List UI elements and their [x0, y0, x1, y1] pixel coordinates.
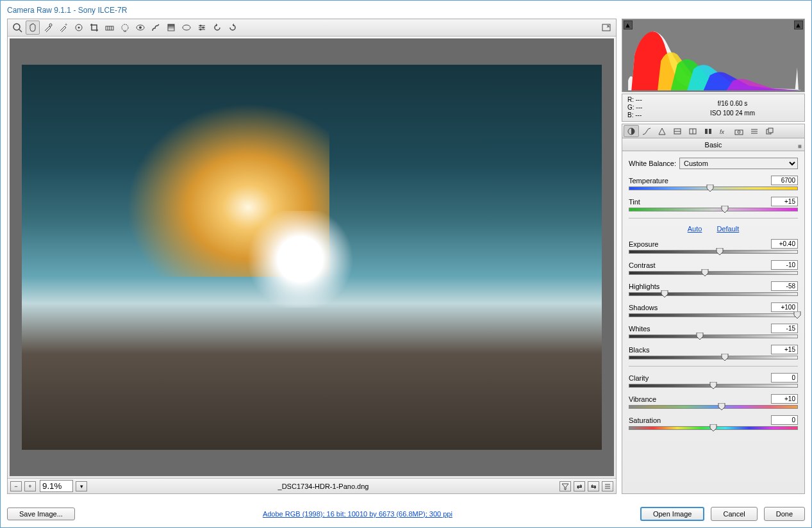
rating-down-icon[interactable]: ⇆: [588, 481, 599, 491]
svg-rect-13: [168, 24, 174, 31]
exposure-slider[interactable]: Exposure: [629, 239, 798, 254]
toolbar: +: [8, 19, 616, 37]
tab-fx-icon[interactable]: fx: [716, 125, 731, 137]
highlights-input[interactable]: [771, 281, 798, 291]
svg-point-10: [122, 24, 128, 31]
status-bar: − + ▾ _DSC1734-HDR-1-Pano.dng ⇄ ⇆: [8, 478, 616, 493]
temperature-slider[interactable]: Temperature: [629, 176, 798, 190]
svg-text:fx: fx: [720, 129, 725, 135]
default-link[interactable]: Default: [717, 225, 739, 233]
svg-point-19: [203, 27, 204, 29]
tab-split-icon[interactable]: [685, 125, 700, 137]
tab-lens-icon[interactable]: [700, 125, 716, 137]
tab-detail-icon[interactable]: [654, 125, 670, 137]
panel-header: Basic ≡: [622, 138, 805, 151]
exposure-info-1: f/16 0.60 s: [666, 99, 799, 108]
done-button[interactable]: Done: [764, 507, 805, 521]
svg-point-20: [200, 29, 202, 31]
svg-point-36: [738, 131, 740, 133]
panel-tabs: fx: [622, 124, 805, 138]
redeye-tool-icon[interactable]: [133, 21, 147, 35]
saturation-input[interactable]: [771, 415, 798, 425]
preferences-tool-icon[interactable]: [195, 21, 209, 35]
tab-curve-icon[interactable]: [639, 125, 654, 137]
tab-camera-icon[interactable]: [731, 125, 747, 137]
svg-text:⇄: ⇄: [577, 483, 582, 490]
readout-g: G: ---: [627, 104, 666, 111]
saturation-slider[interactable]: Saturation: [629, 415, 798, 430]
rating-up-icon[interactable]: ⇄: [574, 481, 585, 491]
cancel-button[interactable]: Cancel: [711, 507, 757, 521]
svg-point-12: [139, 26, 142, 29]
rotate-cw-icon[interactable]: [226, 21, 240, 35]
straighten-tool-icon[interactable]: [103, 21, 117, 35]
adjustment-brush-tool-icon[interactable]: [149, 21, 163, 35]
shadows-slider[interactable]: Shadows: [629, 302, 798, 317]
histogram[interactable]: ▲ ▲: [622, 19, 805, 92]
svg-text:⇆: ⇆: [591, 483, 596, 490]
white-balance-label: White Balance:: [629, 160, 676, 167]
svg-point-14: [183, 25, 190, 30]
auto-link[interactable]: Auto: [688, 225, 702, 233]
bottom-bar: Save Image... Adobe RGB (1998); 16 bit; …: [7, 507, 805, 521]
filter-icon[interactable]: [559, 481, 571, 491]
svg-point-2: [49, 24, 52, 26]
image-preview[interactable]: [10, 38, 614, 476]
svg-point-18: [200, 25, 202, 27]
svg-point-5: [78, 27, 80, 29]
svg-text:+: +: [65, 22, 67, 27]
tab-snapshots-icon[interactable]: [762, 125, 777, 137]
shadows-input[interactable]: [771, 302, 798, 312]
prefs-icon[interactable]: [602, 481, 613, 491]
workflow-link[interactable]: Adobe RGB (1998); 16 bit; 10010 by 6673 …: [81, 510, 634, 518]
vibrance-slider[interactable]: Vibrance: [629, 394, 798, 409]
metadata-readout: R: --- G: --- B: --- f/16 0.60 s ISO 100…: [622, 94, 805, 122]
hand-tool-icon[interactable]: [26, 21, 40, 35]
contrast-input[interactable]: [771, 260, 798, 270]
tint-slider[interactable]: Tint: [629, 197, 798, 211]
zoom-out-button[interactable]: −: [10, 481, 22, 491]
basic-panel: White Balance: Custom Temperature Tint A…: [622, 151, 805, 494]
fullscreen-icon[interactable]: [599, 21, 613, 35]
white-balance-tool-icon[interactable]: [41, 21, 55, 35]
exposure-input[interactable]: [771, 239, 798, 249]
zoom-in-button[interactable]: +: [24, 481, 36, 491]
clarity-input[interactable]: [771, 373, 798, 383]
whites-input[interactable]: [771, 324, 798, 333]
tab-presets-icon[interactable]: [747, 125, 762, 137]
blacks-slider[interactable]: Blacks: [629, 345, 798, 359]
readout-b: B: ---: [627, 111, 666, 119]
contrast-slider[interactable]: Contrast: [629, 260, 798, 275]
rotate-ccw-icon[interactable]: [210, 21, 224, 35]
blacks-input[interactable]: [771, 345, 798, 354]
graduated-filter-tool-icon[interactable]: [164, 21, 178, 35]
highlights-slider[interactable]: Highlights: [629, 281, 798, 296]
color-sampler-tool-icon[interactable]: +: [56, 21, 70, 35]
whites-slider[interactable]: Whites: [629, 324, 798, 338]
zoom-level-select[interactable]: [40, 480, 73, 492]
targeted-adjust-tool-icon[interactable]: [72, 21, 86, 35]
save-image-button[interactable]: Save Image...: [7, 507, 75, 520]
window-title: Camera Raw 9.1.1 - Sony ILCE-7R: [1, 1, 811, 19]
svg-line-1: [19, 29, 22, 32]
open-image-button[interactable]: Open Image: [640, 507, 705, 521]
filename-label: _DSC1734-HDR-1-Pano.dng: [90, 483, 557, 490]
vibrance-input[interactable]: [771, 394, 798, 404]
svg-rect-41: [768, 128, 773, 133]
clarity-slider[interactable]: Clarity: [629, 373, 798, 388]
tab-basic-icon[interactable]: [624, 125, 639, 137]
radial-filter-tool-icon[interactable]: [179, 21, 194, 35]
white-balance-select[interactable]: Custom: [679, 158, 798, 169]
tab-hsl-icon[interactable]: [670, 125, 685, 137]
svg-rect-32: [705, 129, 708, 134]
zoom-tool-icon[interactable]: [10, 21, 24, 35]
panel-menu-icon[interactable]: ≡: [798, 140, 802, 153]
spot-removal-tool-icon[interactable]: [118, 21, 132, 35]
tint-input[interactable]: [771, 197, 798, 206]
zoom-dropdown-icon[interactable]: ▾: [76, 481, 87, 491]
readout-r: R: ---: [627, 96, 666, 104]
svg-rect-33: [709, 129, 711, 134]
crop-tool-icon[interactable]: [87, 21, 101, 35]
temperature-input[interactable]: [771, 176, 798, 185]
svg-point-0: [13, 24, 20, 30]
